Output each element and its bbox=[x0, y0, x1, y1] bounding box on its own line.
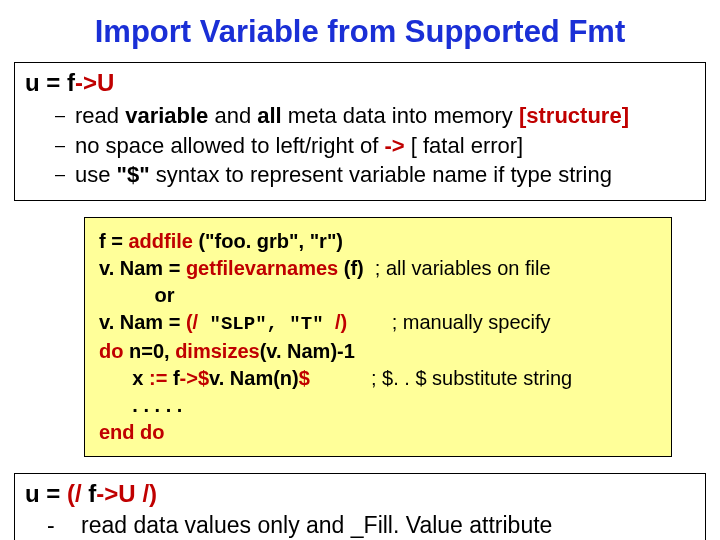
sub-bullet-text: read data values only and _Fill. Value a… bbox=[81, 512, 552, 539]
bullet-dash: – bbox=[55, 160, 75, 186]
code-example-box: f = addfile ("foo. grb", "r") v. Nam = g… bbox=[84, 217, 672, 457]
bullet-dash: - bbox=[47, 512, 81, 539]
syntax-box-2: u = (/ f->U /) - read data values only a… bbox=[14, 473, 706, 540]
code-line-3: or bbox=[99, 282, 657, 309]
code-line-6: x := f->$v. Nam(n)$ ; $. . $ substitute … bbox=[99, 365, 657, 392]
bullet-dash: – bbox=[55, 101, 75, 127]
bullet-3: – use "$" syntax to represent variable n… bbox=[55, 160, 695, 190]
bullet-2: – no space allowed to left/right of -> [… bbox=[55, 131, 695, 161]
sub-bullet: - read data values only and _Fill. Value… bbox=[47, 512, 695, 539]
syntax-box-1: u = f->U – read variable and all meta da… bbox=[14, 62, 706, 201]
code-line-1: f = addfile ("foo. grb", "r") bbox=[99, 228, 657, 255]
bullet-1: – read variable and all meta data into m… bbox=[55, 101, 695, 131]
expr-u-equals-fU: u = f->U bbox=[25, 69, 695, 97]
expr-u-equals-slash: u = (/ f->U /) bbox=[25, 480, 695, 508]
code-line-2: v. Nam = getfilevarnames (f) ; all varia… bbox=[99, 255, 657, 282]
code-line-4: v. Nam = (/ "SLP", "T" /) ; manually spe… bbox=[99, 309, 657, 338]
code-line-5: do n=0, dimsizes(v. Nam)-1 bbox=[99, 338, 657, 365]
bullet-dash: – bbox=[55, 131, 75, 157]
code-line-7: . . . . . bbox=[99, 392, 657, 419]
bullet-list-1: – read variable and all meta data into m… bbox=[55, 101, 695, 190]
slide-title: Import Variable from Supported Fmt bbox=[12, 14, 708, 50]
code-line-8: end do bbox=[99, 419, 657, 446]
